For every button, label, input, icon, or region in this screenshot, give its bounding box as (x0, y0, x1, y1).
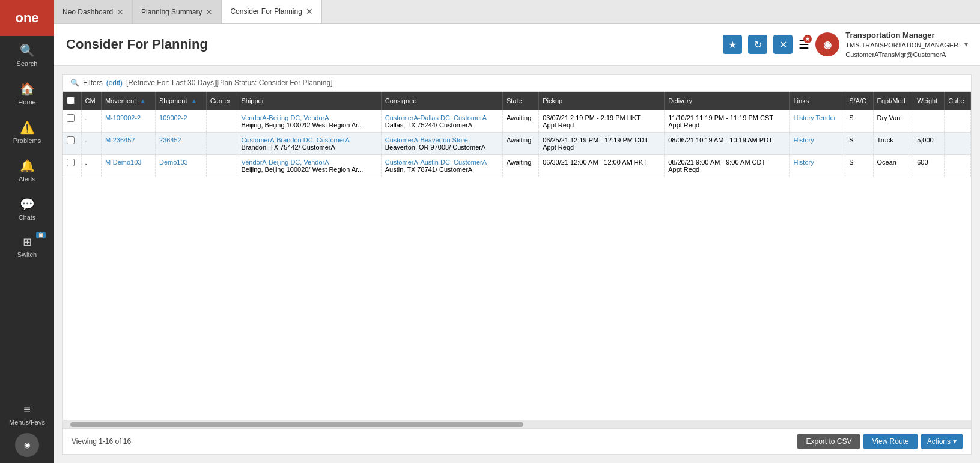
table-header-row: CM Movement ▲ Shipment ▲ Carrier Shipper… (63, 92, 971, 110)
th-cm[interactable]: CM (81, 92, 101, 110)
consignee-link[interactable]: CustomerA-Austin DC, CustomerA (385, 159, 487, 166)
user-details: Transportation Manager TMS.TRANSPORTATIO… (845, 30, 958, 59)
sidebar-item-switch[interactable]: ⊞ 📋 Switch (0, 228, 54, 265)
main-area: Neo Dashboard ✕ Planning Summary ✕ Consi… (54, 0, 980, 463)
shipment-link[interactable]: 236452 (159, 136, 181, 144)
select-all-checkbox[interactable] (67, 97, 75, 104)
actions-button[interactable]: Actions ▾ (921, 434, 963, 449)
sidebar-label-home: Home (18, 98, 35, 106)
notifications-area[interactable]: ☰ ★ (799, 37, 809, 52)
cell-state: Awaiting (502, 132, 538, 154)
user-dropdown-arrow[interactable]: ▾ (964, 40, 968, 49)
warning-icon: ⚠️ (20, 120, 35, 135)
cell-carrier (206, 154, 237, 177)
th-checkbox (63, 92, 81, 110)
th-cube[interactable]: Cube (945, 92, 971, 110)
tab-label-planning: Planning Summary (141, 8, 202, 16)
history-link[interactable]: History (793, 136, 814, 144)
th-eqpt[interactable]: Eqpt/Mod (873, 92, 913, 110)
cell-delivery: 08/20/21 9:00 AM - 9:00 AM CDTAppt Reqd (665, 154, 790, 177)
tab-close-planning[interactable]: ✕ (205, 8, 213, 16)
close-tab-button[interactable]: ✕ (773, 35, 793, 54)
th-weight[interactable]: Weight (913, 92, 945, 110)
th-links[interactable]: Links (790, 92, 845, 110)
movement-link[interactable]: M-109002-2 (105, 114, 141, 121)
shipper-link[interactable]: VendorA-Beijing DC, VendorA (241, 114, 329, 121)
tab-bar: Neo Dashboard ✕ Planning Summary ✕ Consi… (54, 0, 980, 24)
cell-delivery: 11/10/21 11:19 PM - 11:19 PM CSTAppt Req… (665, 110, 790, 133)
favorite-button[interactable]: ★ (723, 35, 742, 54)
main-table: CM Movement ▲ Shipment ▲ Carrier Shipper… (63, 92, 971, 177)
tab-close-consider[interactable]: ✕ (306, 7, 313, 16)
user-avatar-small[interactable]: ◉ (15, 433, 39, 457)
th-carrier[interactable]: Carrier (206, 92, 237, 110)
movement-link[interactable]: M-Demo103 (105, 159, 142, 166)
sidebar-item-alerts[interactable]: 🔔 Alerts (0, 151, 54, 190)
consignee-link[interactable]: CustomerA-Dallas DC, CustomerA (385, 114, 487, 121)
refresh-button[interactable]: ↻ (748, 35, 767, 54)
filters-edit-link[interactable]: (edit) (106, 79, 123, 87)
movement-link[interactable]: M-236452 (105, 136, 135, 144)
tab-neo-dashboard[interactable]: Neo Dashboard ✕ (54, 0, 133, 23)
tab-close-neo[interactable]: ✕ (117, 8, 124, 16)
row-checkbox[interactable] (67, 136, 75, 144)
consignee-link[interactable]: CustomerA-Beaverton Store, (385, 136, 470, 144)
user-role: TMS.TRANSPORTATION_MANAGER (845, 41, 958, 50)
export-csv-button[interactable]: Export to CSV (797, 434, 860, 449)
shipment-link[interactable]: Demo103 (159, 159, 188, 166)
table-scroll-area[interactable]: CM Movement ▲ Shipment ▲ Carrier Shipper… (63, 92, 971, 420)
page-title: Consider For Planning (66, 37, 208, 52)
shipper-detail: Beijing, Beijing 100020/ West Region Ar.… (241, 166, 363, 173)
cell-pickup: 03/07/21 2:19 PM - 2:19 PM HKTAppt Reqd (539, 110, 665, 133)
cell-sac: S (845, 110, 873, 133)
table-footer: Viewing 1-16 of 16 Export to CSV View Ro… (63, 428, 971, 454)
cell-consignee: CustomerA-Beaverton Store, Beaverton, OR… (381, 132, 502, 154)
home-icon: 🏠 (20, 82, 35, 96)
cell-sac: S (845, 154, 873, 177)
th-consignee[interactable]: Consignee (381, 92, 502, 110)
tab-label-consider: Consider For Planning (230, 7, 302, 16)
user-email: CustomerATransMgr@CustomerA (845, 50, 958, 59)
history-link[interactable]: History (793, 159, 814, 166)
th-shipper[interactable]: Shipper (237, 92, 381, 110)
table-row: . M-236452 236452 CustomerA-Brandon DC, … (63, 132, 971, 154)
th-sac[interactable]: S/A/C (845, 92, 873, 110)
th-delivery[interactable]: Delivery (665, 92, 790, 110)
sidebar-label-chats: Chats (19, 214, 36, 221)
th-shipment[interactable]: Shipment ▲ (156, 92, 207, 110)
record-count: Viewing 1-16 of 16 (72, 437, 131, 446)
actions-dropdown-arrow: ▾ (953, 437, 957, 446)
th-movement[interactable]: Movement ▲ (101, 92, 155, 110)
th-pickup[interactable]: Pickup (539, 92, 665, 110)
consignee-detail: Austin, TX 78741/ CustomerA (385, 166, 472, 173)
view-route-button[interactable]: View Route (863, 434, 917, 449)
page-header: Consider For Planning ★ ↻ ✕ ☰ ★ ◉ Transp… (54, 24, 980, 66)
user-info: ◉ Transportation Manager TMS.TRANSPORTAT… (815, 30, 968, 59)
actions-label: Actions (927, 437, 951, 446)
row-checkbox[interactable] (67, 159, 75, 166)
sidebar-item-chats[interactable]: 💬 Chats (0, 190, 54, 228)
cell-pickup: 06/25/21 12:19 PM - 12:19 PM CDTAppt Req… (539, 132, 665, 154)
cell-weight: 5,000 (913, 132, 945, 154)
cell-shipment: 236452 (156, 132, 207, 154)
sidebar-item-home[interactable]: 🏠 Home (0, 74, 54, 113)
filters-label: Filters (83, 79, 103, 87)
consignee-detail: Beaverton, OR 97008/ CustomerA (385, 144, 486, 151)
cell-state: Awaiting (502, 110, 538, 133)
horizontal-scrollbar[interactable] (63, 420, 971, 428)
sidebar-item-problems[interactable]: ⚠️ Problems (0, 113, 54, 151)
shipper-link[interactable]: VendorA-Beijing DC, VendorA (241, 159, 329, 166)
header-actions: ★ ↻ ✕ ☰ ★ ◉ Transportation Manager TMS.T… (723, 30, 968, 59)
app-logo: one (0, 0, 54, 36)
history-tender-link[interactable]: History Tender (793, 114, 836, 121)
th-state[interactable]: State (502, 92, 538, 110)
cell-movement: M-Demo103 (101, 154, 155, 177)
sidebar-item-search[interactable]: 🔍 Search (0, 36, 54, 74)
tab-planning-summary[interactable]: Planning Summary ✕ (133, 0, 222, 23)
shipper-link[interactable]: CustomerA-Brandon DC, CustomerA (241, 136, 349, 144)
row-checkbox[interactable] (67, 114, 75, 122)
tab-consider-planning[interactable]: Consider For Planning ✕ (222, 0, 321, 23)
data-table-container: CM Movement ▲ Shipment ▲ Carrier Shipper… (62, 91, 972, 455)
sidebar-item-menus[interactable]: ≡ Menus/Favs (0, 395, 54, 433)
shipment-link[interactable]: 109002-2 (159, 114, 187, 121)
